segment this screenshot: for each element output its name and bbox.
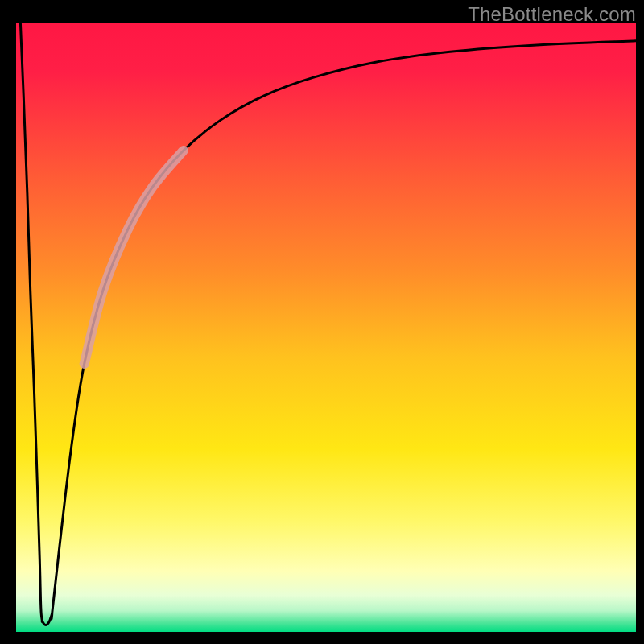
watermark-label: TheBottleneck.com xyxy=(468,3,636,26)
bottleneck-chart xyxy=(0,0,644,644)
chart-container: TheBottleneck.com xyxy=(0,0,644,644)
plot-background-gradient xyxy=(16,23,636,632)
